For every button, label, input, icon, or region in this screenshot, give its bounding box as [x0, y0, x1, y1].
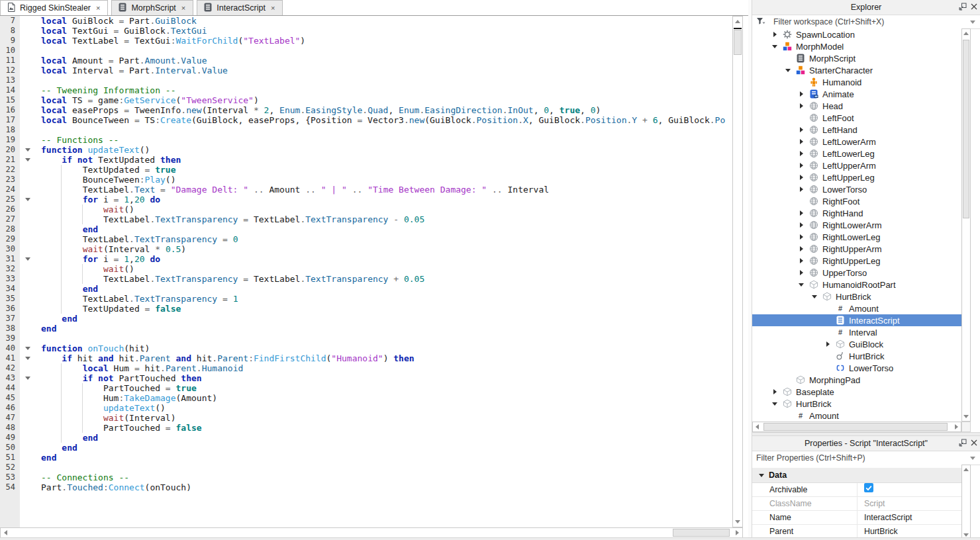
collapse-arrow-icon[interactable] [797, 187, 806, 192]
code-line[interactable]: if not PartTouched then [36, 373, 732, 383]
collapse-arrow-icon[interactable] [823, 341, 832, 347]
code-line[interactable]: TextLabel.TextTransparency = 0 [36, 234, 732, 244]
collapse-arrow-icon[interactable] [797, 234, 806, 240]
close-icon[interactable] [971, 3, 977, 12]
fold-toggle[interactable] [20, 155, 36, 165]
tree-item-leftupperleg[interactable]: LeftUpperLeg [752, 171, 961, 183]
code-line[interactable]: end [36, 324, 732, 334]
collapse-arrow-icon[interactable] [797, 175, 806, 180]
collapse-arrow-icon[interactable] [797, 151, 806, 156]
code-line[interactable] [36, 334, 732, 343]
code-line[interactable] [36, 46, 732, 56]
collapse-arrow-icon[interactable] [797, 139, 806, 144]
code-line[interactable]: -- Tweening Information -- [36, 85, 732, 95]
code-line[interactable]: end [36, 224, 732, 234]
scroll-up-button[interactable] [962, 465, 970, 474]
code-line[interactable]: function updateText() [36, 145, 732, 155]
fold-toggle[interactable] [20, 343, 36, 353]
code-line[interactable]: local BounceTween = TS:Create(GuiBlock, … [36, 115, 732, 125]
code-line[interactable]: for i = 1,20 do [36, 254, 732, 264]
code-line[interactable]: TextLabel.Text = "Damage Delt: " .. Amou… [36, 185, 732, 195]
tree-item-rightupperleg[interactable]: RightUpperLeg [752, 255, 961, 267]
tab-close-icon[interactable]: × [180, 4, 187, 13]
tree-item-spawnlocation[interactable]: SpawnLocation [752, 28, 961, 40]
tree-item-rightlowerleg[interactable]: RightLowerLeg [752, 231, 961, 243]
tree-item-leftlowerleg[interactable]: LeftLowerLeg [752, 148, 961, 159]
collapse-arrow-icon[interactable] [797, 246, 806, 251]
tab-rigged-skinstealer[interactable]: Rigged SkinStealer× [0, 0, 108, 15]
code-line[interactable]: PartTouched = true [36, 383, 732, 393]
expand-arrow-icon[interactable] [770, 402, 779, 406]
tree-item-morphingpad[interactable]: MorphingPad [752, 374, 961, 386]
code-line[interactable]: local Interval = Part.Interval.Value [36, 66, 732, 75]
tree-item-animate[interactable]: Animate [752, 88, 961, 100]
scroll-left-button[interactable] [753, 422, 761, 431]
editor-horizontal-scrollbar[interactable] [0, 527, 743, 538]
tab-close-icon[interactable]: × [95, 4, 101, 13]
fold-toggle[interactable] [20, 373, 36, 383]
code-line[interactable] [36, 463, 732, 472]
horizontal-scroll-thumb[interactable] [673, 529, 730, 537]
vertical-scroll-thumb[interactable] [963, 40, 969, 218]
code-line[interactable]: if hit and hit.Parent and hit.Parent:Fin… [36, 353, 732, 363]
expand-arrow-icon[interactable] [770, 45, 779, 48]
expand-arrow-icon[interactable] [810, 295, 819, 298]
checkbox-checked-icon[interactable] [864, 483, 873, 496]
dock-icon[interactable] [959, 439, 967, 449]
code-line[interactable]: wait() [36, 264, 732, 274]
tree-item-rightupperarm[interactable]: RightUpperArm [752, 243, 961, 255]
code-line[interactable]: end [36, 453, 732, 463]
code-line[interactable]: PartTouched = false [36, 423, 732, 433]
collapse-arrow-icon[interactable] [797, 127, 806, 132]
explorer-filter[interactable]: Filter workspace (Ctrl+Shift+X) [752, 15, 980, 29]
tree-item-morphmodel[interactable]: MorphModel [752, 40, 961, 52]
code-line[interactable]: local TextGui = GuiBlock.TextGui [36, 26, 732, 36]
tree-item-rightfoot[interactable]: RightFoot [752, 195, 961, 207]
code-line[interactable] [36, 125, 732, 135]
filter-dropdown-caret[interactable] [970, 457, 975, 460]
property-row-name[interactable]: NameInteractScript [752, 511, 961, 525]
scroll-right-button[interactable] [952, 422, 961, 431]
collapse-arrow-icon[interactable] [797, 91, 806, 97]
code-line[interactable]: local TS = game:GetService("TweenService… [36, 95, 732, 105]
scroll-left-button[interactable] [1, 528, 11, 537]
code-line[interactable]: local TextLabel = TextGui:WaitForChild("… [36, 36, 732, 46]
tree-item-humanoidrootpart[interactable]: HumanoidRootPart [752, 279, 961, 291]
properties-section-data[interactable]: Data [752, 468, 961, 483]
scroll-down-button[interactable] [733, 517, 742, 527]
scroll-up-button[interactable] [962, 29, 970, 38]
code-line[interactable]: Part.Touched:Connect(onTouch) [36, 482, 732, 492]
properties-vertical-scrollbar[interactable] [961, 465, 971, 540]
tree-item-righthand[interactable]: RightHand [752, 207, 961, 219]
tree-item-head[interactable]: Head [752, 100, 961, 112]
code-line[interactable]: updateText() [36, 403, 732, 413]
code-line[interactable]: end [36, 443, 732, 453]
collapse-arrow-icon[interactable] [797, 103, 806, 109]
property-value[interactable]: HurtBrick [858, 525, 961, 538]
code-line[interactable]: function onTouch(hit) [36, 343, 732, 353]
expand-arrow-icon[interactable] [783, 69, 793, 72]
tree-item-guiblock[interactable]: GuiBlock [752, 338, 961, 350]
scroll-right-button[interactable] [732, 528, 742, 537]
code-line[interactable]: end [36, 314, 732, 324]
close-icon[interactable] [971, 439, 977, 448]
code-area[interactable]: local GuiBlock = Part.GuiBlocklocal Text… [36, 16, 732, 527]
tree-item-hurtbrick[interactable]: HurtBrick [752, 291, 961, 302]
code-line[interactable]: wait(Interval) [36, 413, 732, 423]
fold-toggle[interactable] [20, 145, 36, 155]
tree-item-leftfoot[interactable]: LeftFoot [752, 112, 961, 124]
code-line[interactable]: local Amount = Part.Amount.Value [36, 56, 732, 66]
code-line[interactable] [36, 75, 732, 85]
tree-item-rightlowerarm[interactable]: RightLowerArm [752, 219, 961, 231]
tree-item-amount[interactable]: #Amount [752, 302, 961, 314]
property-row-archivable[interactable]: Archivable [752, 483, 961, 497]
scroll-up-button[interactable] [733, 17, 742, 26]
code-line[interactable]: TextUpdated = false [36, 304, 732, 314]
code-line[interactable]: local GuiBlock = Part.GuiBlock [36, 16, 732, 26]
code-line[interactable]: BounceTween:Play() [36, 175, 732, 185]
tree-item-morphscript[interactable]: MorphScript [752, 52, 961, 64]
tab-close-icon[interactable]: × [270, 4, 276, 13]
code-line[interactable]: end [36, 433, 732, 443]
tree-item-lowertorso[interactable]: LowerTorso [752, 362, 961, 374]
collapse-arrow-icon[interactable] [770, 389, 779, 394]
